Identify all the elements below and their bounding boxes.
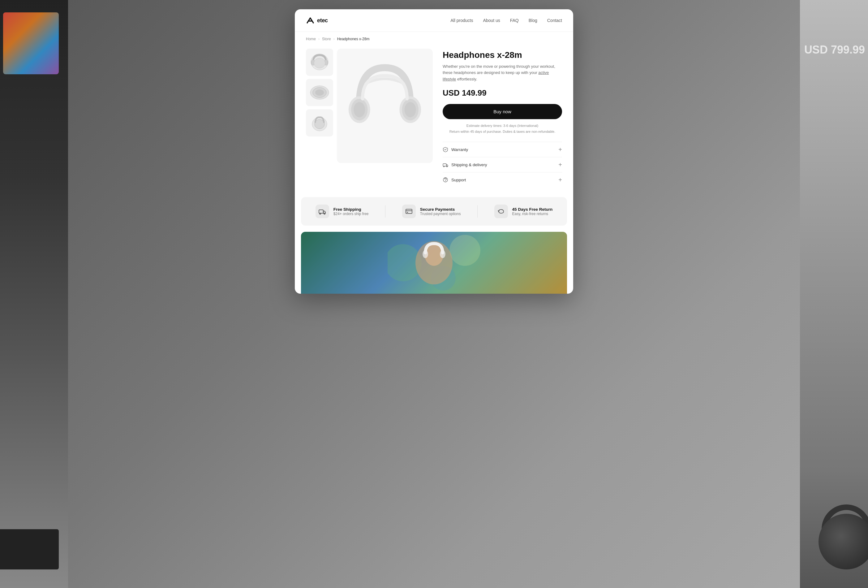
feature-secure-payments: Secure Payments Trusted payment options xyxy=(402,205,461,218)
free-shipping-subtitle: $24+ orders ship free xyxy=(334,212,369,216)
accordion-support[interactable]: Support + xyxy=(443,172,562,187)
free-return-title: 45 Days Free Return xyxy=(512,207,553,212)
svg-point-27 xyxy=(449,235,480,266)
free-shipping-text: Free Shipping $24+ orders ship free xyxy=(334,207,369,216)
features-bar: Free Shipping $24+ orders ship free Secu… xyxy=(301,197,567,226)
thumbnail-3[interactable] xyxy=(306,109,333,136)
breadcrumb-current: Headphones x-28m xyxy=(337,37,370,41)
feature-divider-1 xyxy=(385,205,385,217)
nav-contact[interactable]: Contact xyxy=(547,18,562,23)
logo-text: etec xyxy=(317,17,328,24)
thumbnail-1[interactable] xyxy=(306,49,333,76)
bg-monitor xyxy=(0,529,59,569)
bg-headphone-art xyxy=(806,501,868,569)
accordion-support-label: Support xyxy=(451,178,466,182)
svg-point-17 xyxy=(447,166,447,167)
free-return-text: 45 Days Free Return Easy, risk-free retu… xyxy=(512,207,553,216)
secure-payments-subtitle: Trusted payment options xyxy=(420,212,461,216)
svg-point-6 xyxy=(315,89,324,96)
svg-point-31 xyxy=(422,250,428,258)
secure-payments-text: Secure Payments Trusted payment options xyxy=(420,207,461,216)
bottom-banner xyxy=(301,232,567,294)
product-section: Headphones x-28m Whether you're on the m… xyxy=(295,44,573,197)
feature-free-shipping: Free Shipping $24+ orders ship free xyxy=(316,205,369,218)
breadcrumb-home[interactable]: Home xyxy=(306,37,316,41)
accordion-shipping-toggle[interactable]: + xyxy=(558,161,562,168)
svg-rect-25 xyxy=(407,212,408,213)
warranty-icon xyxy=(443,147,448,152)
product-description: Whether you're on the move or powering t… xyxy=(443,64,562,83)
shipping-icon xyxy=(443,162,448,167)
nav-faq[interactable]: FAQ xyxy=(510,18,519,23)
breadcrumb-store[interactable]: Store xyxy=(322,37,331,41)
thumb-1-icon xyxy=(309,52,331,73)
breadcrumb-sep-1: › xyxy=(318,37,320,41)
feature-free-return: 45 Days Free Return Easy, risk-free retu… xyxy=(495,205,553,218)
product-title: Headphones x-28m xyxy=(443,50,562,61)
banner-svg xyxy=(388,232,480,294)
support-icon xyxy=(443,177,448,183)
accordion: Warranty + Shipping & delivery xyxy=(443,142,562,187)
accordion-shipping-label: Shipping & delivery xyxy=(451,163,487,167)
accordion-support-toggle[interactable]: + xyxy=(558,177,562,183)
svg-point-32 xyxy=(440,250,446,258)
card-icon xyxy=(405,208,413,215)
product-info: Headphones x-28m Whether you're on the m… xyxy=(443,49,562,187)
hp-cup-art xyxy=(818,514,868,569)
nav-blog[interactable]: Blog xyxy=(528,18,537,23)
product-gallery xyxy=(306,49,433,187)
svg-point-14 xyxy=(404,102,416,117)
card-icon-wrap xyxy=(402,205,416,218)
truck-icon-wrap xyxy=(316,205,329,218)
svg-point-11 xyxy=(354,102,365,117)
breadcrumb-sep-2: › xyxy=(334,37,335,41)
accordion-warranty-toggle[interactable]: + xyxy=(558,146,562,152)
bg-left-panel: y XG xyxy=(0,0,68,588)
logo-icon xyxy=(306,16,314,25)
accordion-warranty-left: Warranty xyxy=(443,147,468,152)
svg-point-22 xyxy=(324,213,325,214)
svg-point-21 xyxy=(320,213,321,214)
nav-about-us[interactable]: About us xyxy=(483,18,500,23)
logo: etec xyxy=(306,16,328,25)
nav-all-products[interactable]: All products xyxy=(450,18,473,23)
accordion-warranty-label: Warranty xyxy=(451,147,468,152)
svg-point-16 xyxy=(444,166,444,167)
navigation: etec All products About us FAQ Blog Cont… xyxy=(295,9,573,32)
accordion-shipping-left: Shipping & delivery xyxy=(443,162,487,167)
delivery-info: Estimate delivery times: 3-6 days (Inter… xyxy=(443,123,562,134)
nav-links: All products About us FAQ Blog Contact xyxy=(450,18,562,23)
secure-payments-title: Secure Payments xyxy=(420,207,461,212)
thumbnail-list xyxy=(306,49,333,187)
breadcrumb: Home › Store › Headphones x-28m xyxy=(295,32,573,44)
bg-right-panel: USD 799.99 xyxy=(800,0,868,588)
free-return-subtitle: Easy, risk-free returns xyxy=(512,212,553,216)
return-icon-wrap xyxy=(495,205,508,218)
main-product-image xyxy=(337,49,433,163)
buy-now-button[interactable]: Buy now xyxy=(443,104,562,119)
product-price: USD 149.99 xyxy=(443,88,562,98)
return-icon xyxy=(497,208,505,215)
free-shipping-title: Free Shipping xyxy=(334,207,369,212)
accordion-shipping[interactable]: Shipping & delivery + xyxy=(443,157,562,172)
bg-price-text: USD 799.99 xyxy=(804,43,865,56)
svg-point-3 xyxy=(314,58,325,68)
thumb-3-icon xyxy=(310,113,330,133)
thumbnail-2[interactable] xyxy=(306,79,333,106)
delivery-line-2: Return within 45 days of purchase. Dutie… xyxy=(449,130,555,133)
feature-divider-2 xyxy=(477,205,478,217)
main-headphone-svg xyxy=(337,49,433,163)
thumb-2-icon xyxy=(309,85,331,100)
truck-icon xyxy=(319,208,326,215)
svg-rect-15 xyxy=(443,164,446,166)
accordion-warranty[interactable]: Warranty + xyxy=(443,142,562,157)
accordion-support-left: Support xyxy=(443,177,466,183)
color-block xyxy=(3,12,59,74)
banner-person xyxy=(388,232,480,294)
product-modal: etec All products About us FAQ Blog Cont… xyxy=(295,9,573,294)
delivery-line-1: Estimate delivery times: 3-6 days (Inter… xyxy=(466,124,538,127)
svg-rect-20 xyxy=(319,210,323,213)
svg-rect-23 xyxy=(406,209,412,214)
